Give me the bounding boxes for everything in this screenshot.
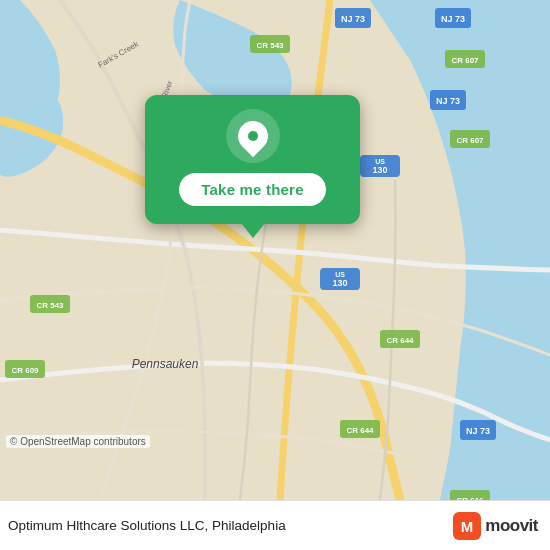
svg-text:CR 644: CR 644 xyxy=(346,426,374,435)
svg-text:NJ 73: NJ 73 xyxy=(436,96,460,106)
svg-text:CR 607: CR 607 xyxy=(456,136,484,145)
svg-text:US: US xyxy=(335,271,345,278)
popup-card: Take me there xyxy=(145,95,360,224)
svg-text:NJ 73: NJ 73 xyxy=(441,14,465,24)
bottom-bar: Optimum Hlthcare Solutions LLC, Philadel… xyxy=(0,500,550,550)
svg-text:CR 616: CR 616 xyxy=(456,496,484,500)
pin-shape xyxy=(231,115,273,157)
map-container: NJ 73 NJ 73 CR 607 CR 543 NJ 73 CR 607 U… xyxy=(0,0,550,500)
svg-text:Pennsauken: Pennsauken xyxy=(132,357,199,371)
moovit-text: moovit xyxy=(485,516,538,536)
location-label: Optimum Hlthcare Solutions LLC, Philadel… xyxy=(8,518,286,533)
location-pin-icon xyxy=(226,109,280,163)
svg-text:CR 543: CR 543 xyxy=(256,41,284,50)
moovit-brand-icon: M xyxy=(453,512,481,540)
take-me-there-button[interactable]: Take me there xyxy=(179,173,325,206)
svg-text:CR 609: CR 609 xyxy=(11,366,39,375)
svg-text:NJ 73: NJ 73 xyxy=(466,426,490,436)
osm-credit: © OpenStreetMap contributors xyxy=(6,435,150,448)
svg-text:130: 130 xyxy=(332,278,347,288)
svg-text:CR 644: CR 644 xyxy=(386,336,414,345)
svg-text:NJ 73: NJ 73 xyxy=(341,14,365,24)
svg-text:CR 607: CR 607 xyxy=(451,56,479,65)
svg-text:M: M xyxy=(461,518,474,535)
svg-text:US: US xyxy=(375,158,385,165)
moovit-logo: M moovit xyxy=(453,512,538,540)
svg-text:CR 543: CR 543 xyxy=(36,301,64,310)
svg-text:130: 130 xyxy=(372,165,387,175)
